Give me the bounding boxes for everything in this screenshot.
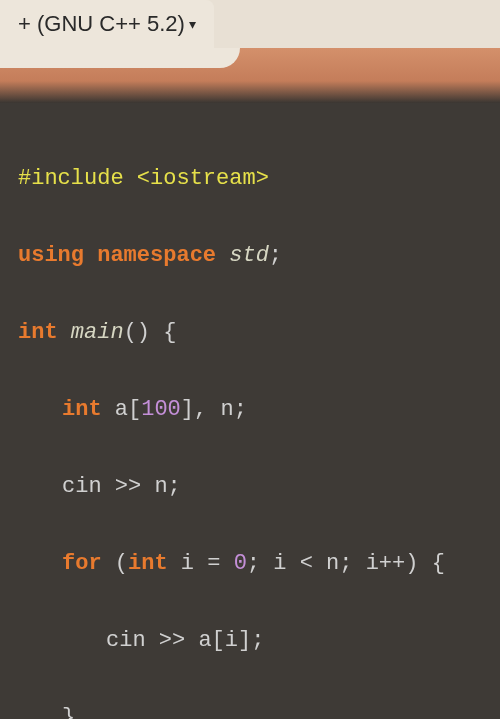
token-stmt: cin >> a[i]; bbox=[106, 628, 264, 653]
code-line: #include <iostream> bbox=[18, 160, 500, 199]
token-type: int bbox=[62, 397, 102, 422]
token-punct: } bbox=[62, 705, 75, 720]
token-type: int bbox=[128, 551, 168, 576]
code-line: cin >> n; bbox=[18, 468, 500, 507]
token-keyword: using bbox=[18, 243, 84, 268]
chevron-down-icon: ▾ bbox=[189, 16, 196, 32]
code-line: int main() { bbox=[18, 314, 500, 353]
token-var: ], n; bbox=[181, 397, 247, 422]
tab-bar: + (GNU C++ 5.2) ▾ bbox=[0, 0, 500, 48]
editor-gap bbox=[0, 48, 500, 103]
code-line: for (int i = 0; i < n; i++) { bbox=[18, 545, 500, 584]
token-stmt: cin >> n; bbox=[62, 474, 181, 499]
token-header: <iostream> bbox=[137, 166, 269, 191]
code-line: } bbox=[18, 699, 500, 720]
code-line: int a[100], n; bbox=[18, 391, 500, 430]
token-funcname: main bbox=[71, 320, 124, 345]
code-line: using namespace std; bbox=[18, 237, 500, 276]
token-keyword: namespace bbox=[97, 243, 216, 268]
code-editor[interactable]: #include <iostream> using namespace std;… bbox=[0, 103, 500, 719]
token-punct: ( bbox=[115, 551, 128, 576]
token-directive: #include bbox=[18, 166, 124, 191]
tab-label: + (GNU C++ 5.2) bbox=[18, 11, 185, 37]
token-var: a[ bbox=[115, 397, 141, 422]
token-identifier: std bbox=[229, 243, 269, 268]
token-punct: { bbox=[163, 320, 176, 345]
token-var: i = bbox=[181, 551, 221, 576]
language-tab[interactable]: + (GNU C++ 5.2) ▾ bbox=[0, 0, 214, 48]
code-line: cin >> a[i]; bbox=[18, 622, 500, 661]
token-var: ; i < n; i++) { bbox=[247, 551, 445, 576]
token-number: 100 bbox=[141, 397, 181, 422]
token-keyword: for bbox=[62, 551, 102, 576]
token-number: 0 bbox=[234, 551, 247, 576]
token-punct: () bbox=[124, 320, 150, 345]
token-type: int bbox=[18, 320, 58, 345]
token-punct: ; bbox=[269, 243, 282, 268]
